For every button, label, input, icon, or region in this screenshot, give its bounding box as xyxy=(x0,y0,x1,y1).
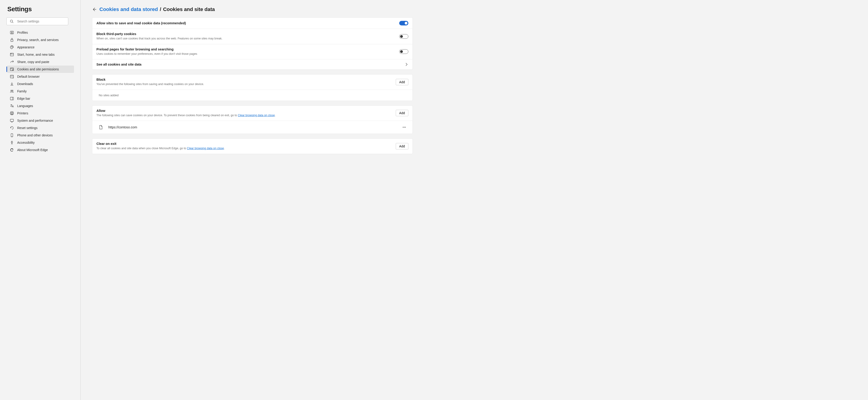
sidebar-item-label: Languages xyxy=(17,104,33,108)
svg-rect-23 xyxy=(10,119,13,121)
edgebar-icon xyxy=(10,96,14,101)
sidebar-item-start-home-and-new-tabs[interactable]: Start, home, and new tabs xyxy=(7,51,74,58)
clear-on-exit-section-card: Clear on exit To clear all cookies and s… xyxy=(92,139,413,154)
allow-cookies-title: Allow sites to save and read cookie data… xyxy=(96,21,399,25)
svg-point-13 xyxy=(12,69,13,70)
sidebar-item-phone-and-other-devices[interactable]: Phone and other devices xyxy=(7,132,74,139)
sidebar-item-system-and-performance[interactable]: System and performance xyxy=(7,117,74,124)
clear-on-exit-header: Clear on exit To clear all cookies and s… xyxy=(92,139,412,154)
sidebar-item-label: Reset settings xyxy=(17,126,37,130)
sidebar-item-about-microsoft-edge[interactable]: About Microsoft Edge xyxy=(7,146,74,153)
site-more-button[interactable] xyxy=(401,124,407,131)
sidebar-item-languages[interactable]: Languages xyxy=(7,102,74,110)
block-add-button[interactable]: Add xyxy=(396,79,408,85)
back-button[interactable] xyxy=(92,7,97,12)
allow-sub-prefix: The following sites can save cookies on … xyxy=(96,114,238,117)
nav-list: ProfilesPrivacy, search, and servicesApp… xyxy=(6,29,74,153)
sidebar-item-edge-bar[interactable]: Edge bar xyxy=(7,95,74,102)
svg-point-7 xyxy=(12,47,13,47)
allow-site-row: https://contoso.com xyxy=(92,121,412,134)
window-icon xyxy=(10,53,14,57)
sidebar-item-label: Cookies and site permissions xyxy=(17,67,59,71)
download-icon xyxy=(10,82,14,86)
clear-on-exit-sub: To clear all cookies and site data when … xyxy=(96,146,396,151)
sidebar-item-label: System and performance xyxy=(17,119,53,122)
svg-point-28 xyxy=(12,141,12,142)
svg-point-31 xyxy=(405,127,406,128)
block-third-party-title: Block third-party cookies xyxy=(96,32,399,36)
clear-sub-link[interactable]: Clear browsing data on close xyxy=(187,147,224,150)
svg-point-0 xyxy=(10,20,12,22)
svg-point-17 xyxy=(12,90,13,91)
sidebar-item-downloads[interactable]: Downloads xyxy=(7,80,74,88)
svg-point-6 xyxy=(12,46,12,47)
site-url: https://contoso.com xyxy=(108,125,396,129)
sidebar-item-label: Printers xyxy=(17,111,28,115)
block-third-party-toggle[interactable] xyxy=(399,34,408,39)
sidebar-item-default-browser[interactable]: Default browser xyxy=(7,73,74,80)
cookie-icon xyxy=(10,67,14,71)
sidebar-item-label: Appearance xyxy=(17,46,35,49)
svg-point-16 xyxy=(11,90,12,91)
svg-point-30 xyxy=(404,127,405,128)
breadcrumb-current: Cookies and site data xyxy=(163,6,215,12)
clear-sub-suffix: . xyxy=(224,147,225,150)
preload-toggle[interactable] xyxy=(399,49,408,54)
allow-section-title: Allow xyxy=(96,109,396,113)
sidebar-item-share-copy-and-paste[interactable]: Share, copy and paste xyxy=(7,58,74,65)
sidebar-item-profiles[interactable]: Profiles xyxy=(7,29,74,36)
search-icon xyxy=(10,20,13,23)
allow-sub-link[interactable]: Clear browsing data on close xyxy=(238,114,275,117)
sidebar-item-label: Default browser xyxy=(17,75,40,78)
sidebar-item-appearance[interactable]: Appearance xyxy=(7,44,74,51)
breadcrumb: Cookies and data stored / Cookies and si… xyxy=(92,6,413,12)
see-all-title: See all cookies and site data xyxy=(96,63,405,66)
see-all-cookies-link[interactable]: See all cookies and site data xyxy=(92,59,412,69)
allow-cookies-row: Allow sites to save and read cookie data… xyxy=(92,18,412,29)
svg-rect-4 xyxy=(11,40,13,41)
clear-on-exit-title: Clear on exit xyxy=(96,142,396,146)
preload-row: Preload pages for faster browsing and se… xyxy=(92,44,412,60)
svg-point-29 xyxy=(403,127,404,128)
search-input[interactable] xyxy=(6,18,68,25)
edge-icon xyxy=(10,148,14,152)
allow-add-button[interactable]: Add xyxy=(396,110,408,116)
system-icon xyxy=(10,118,14,123)
clear-sub-prefix: To clear all cookies and site data when … xyxy=(96,147,187,150)
sidebar-item-label: Downloads xyxy=(17,82,33,86)
sidebar-item-label: Privacy, search, and services xyxy=(17,38,59,42)
breadcrumb-parent-link[interactable]: Cookies and data stored xyxy=(99,6,158,12)
sidebar-item-privacy-search-and-services[interactable]: Privacy, search, and services xyxy=(7,36,74,44)
block-empty-state: No sites added xyxy=(92,90,412,101)
search-box xyxy=(6,18,68,25)
allow-section-header: Allow The following sites can save cooki… xyxy=(92,106,412,121)
sidebar-item-printers[interactable]: Printers xyxy=(7,110,74,117)
lock-icon xyxy=(10,38,14,42)
svg-rect-18 xyxy=(10,97,13,100)
preload-title: Preload pages for faster browsing and se… xyxy=(96,48,399,51)
clear-add-button[interactable]: Add xyxy=(396,143,408,149)
language-icon xyxy=(10,104,14,108)
preload-sub: Uses cookies to remember your preference… xyxy=(96,52,399,56)
settings-title: Settings xyxy=(7,5,74,13)
profile-icon xyxy=(10,30,14,35)
chevron-right-icon xyxy=(405,63,408,66)
sidebar-item-label: Family xyxy=(17,89,27,93)
allow-section-sub: The following sites can save cookies on … xyxy=(96,113,396,118)
block-section-sub: You've prevented the following sites fro… xyxy=(96,82,396,86)
sidebar-item-accessibility[interactable]: Accessibility xyxy=(7,139,74,146)
block-section-header: Block You've prevented the following sit… xyxy=(92,75,412,90)
sidebar-item-label: Start, home, and new tabs xyxy=(17,53,55,56)
breadcrumb-text: Cookies and data stored / Cookies and si… xyxy=(99,6,215,12)
block-third-party-sub: When on, sites can't use cookies that tr… xyxy=(96,37,399,41)
allow-cookies-toggle[interactable] xyxy=(399,21,408,25)
block-third-party-row: Block third-party cookies When on, sites… xyxy=(92,29,412,44)
svg-point-3 xyxy=(11,32,12,33)
svg-rect-2 xyxy=(10,31,13,34)
sidebar-item-cookies-and-site-permissions[interactable]: Cookies and site permissions xyxy=(7,65,74,73)
sidebar-item-reset-settings[interactable]: Reset settings xyxy=(7,124,74,132)
sidebar-item-family[interactable]: Family xyxy=(7,88,74,95)
sidebar-item-label: Phone and other devices xyxy=(17,134,53,137)
family-icon xyxy=(10,89,14,93)
svg-rect-21 xyxy=(10,113,13,114)
